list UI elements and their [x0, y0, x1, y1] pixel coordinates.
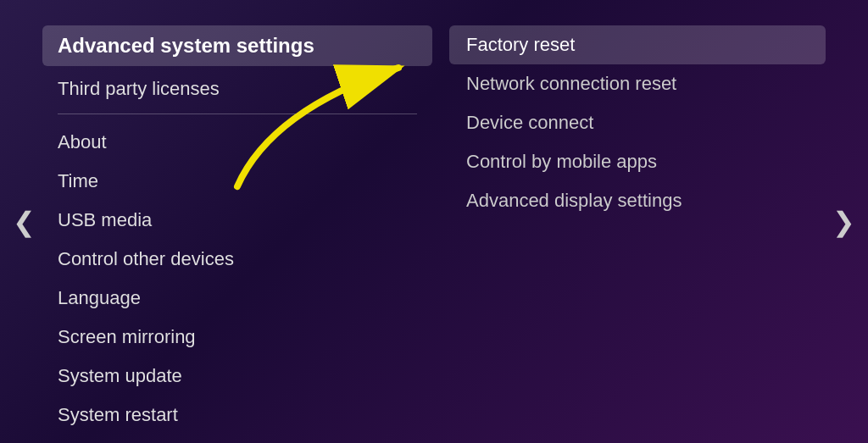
right-item-device-connect[interactable]: Device connect	[449, 103, 826, 142]
sidebar-item-time[interactable]: Time	[42, 162, 432, 201]
sidebar-item-control-other-devices[interactable]: Control other devices	[42, 240, 432, 279]
right-item-control-by-mobile-apps[interactable]: Control by mobile apps	[449, 142, 826, 181]
right-item-network-connection-reset[interactable]: Network connection reset	[449, 64, 826, 103]
sidebar-item-usb-media[interactable]: USB media	[42, 201, 432, 240]
sidebar-item-screen-mirroring[interactable]: Screen mirroring	[42, 318, 432, 357]
sidebar-item-advanced-system-settings[interactable]: Advanced system settings	[42, 25, 432, 66]
sidebar-item-language[interactable]: Language	[42, 279, 432, 318]
sidebar-item-guest-mode[interactable]: Guest Mode	[42, 435, 432, 443]
nav-arrow-left[interactable]: ❮	[4, 197, 44, 246]
divider	[58, 114, 417, 114]
main-container: Advanced system settings Third party lic…	[42, 25, 826, 418]
right-item-advanced-display-settings[interactable]: Advanced display settings	[449, 181, 826, 220]
left-panel: Advanced system settings Third party lic…	[42, 25, 432, 418]
sidebar-item-third-party-licenses[interactable]: Third party licenses	[42, 69, 432, 108]
sidebar-item-about[interactable]: About	[42, 123, 432, 162]
sidebar-item-system-restart[interactable]: System restart	[42, 396, 432, 435]
right-item-factory-reset[interactable]: Factory reset	[449, 25, 826, 64]
nav-arrow-right[interactable]: ❯	[824, 197, 864, 246]
sidebar-item-system-update[interactable]: System update	[42, 357, 432, 396]
right-panel: Factory reset Network connection reset D…	[432, 25, 826, 418]
